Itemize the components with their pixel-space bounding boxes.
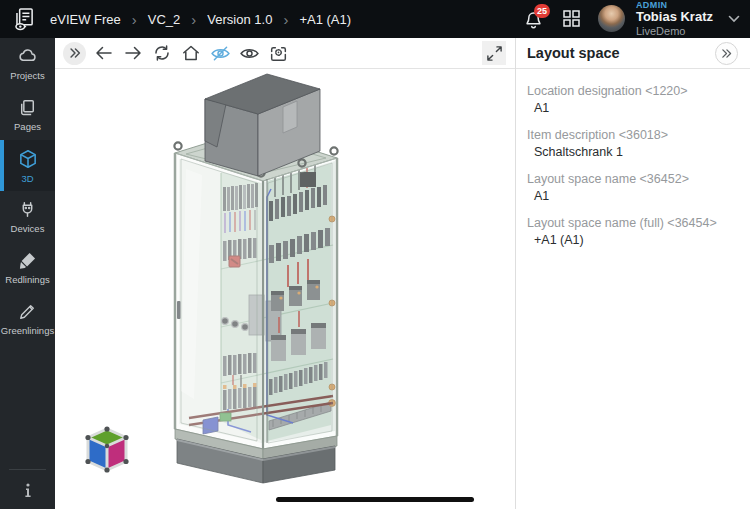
- user-name: Tobias Kratz: [636, 10, 713, 25]
- property-value: A1: [527, 189, 738, 203]
- breadcrumb-separator: ›: [283, 12, 288, 27]
- home-view-button[interactable]: [180, 42, 202, 64]
- sidebar-item-label: Redlinings: [5, 274, 49, 285]
- refresh-button[interactable]: [151, 42, 173, 64]
- sidebar-item-label: Devices: [11, 223, 45, 234]
- eye-off-icon: [210, 43, 231, 64]
- avatar[interactable]: [598, 5, 625, 32]
- property-row: Layout space name <36452> A1: [527, 172, 738, 203]
- sidebar-item-label: Greenlinings: [1, 325, 54, 336]
- panel-header: Layout space: [516, 38, 750, 69]
- collapse-toolbar-button[interactable]: [63, 42, 86, 65]
- property-row: Layout space name (full) <36454> +A1 (A1…: [527, 216, 738, 247]
- arrow-left-icon: [94, 43, 114, 63]
- front-glass-door: [175, 153, 263, 449]
- cloud-icon: [17, 46, 38, 67]
- eview-app: eVIEW Free › VC_2 › Version 1.0 › +A1 (A…: [0, 0, 750, 509]
- back-button[interactable]: [93, 42, 115, 64]
- expand-icon: [486, 45, 503, 62]
- toggle-hidden-items-button[interactable]: [209, 42, 231, 64]
- breadcrumb-separator: ›: [191, 12, 196, 27]
- forward-button[interactable]: [122, 42, 144, 64]
- viewer: [55, 38, 515, 509]
- 3d-viewport[interactable]: [55, 69, 515, 508]
- breadcrumb-item[interactable]: eVIEW Free: [50, 12, 121, 27]
- chevrons-right-icon: [68, 46, 82, 60]
- sidebar-item-label: 3D: [21, 173, 33, 184]
- sidebar-item-projects[interactable]: Projects: [0, 38, 55, 89]
- sidebar-item-label: Projects: [10, 70, 44, 81]
- sidebar-item-devices[interactable]: Devices: [0, 191, 55, 242]
- property-label: Layout space name <36452>: [527, 172, 738, 186]
- eview-logo[interactable]: [8, 6, 40, 32]
- plug-icon: [17, 199, 38, 220]
- property-label: Location designation <1220>: [527, 84, 738, 98]
- user-workspace: LiveDemo: [636, 25, 713, 38]
- property-row: Item description <36018> Schaltschrank 1: [527, 128, 738, 159]
- property-row: Location designation <1220> A1: [527, 84, 738, 115]
- pencil-icon: [17, 301, 38, 322]
- arrow-right-icon: [123, 43, 143, 63]
- property-value: A1: [527, 101, 738, 115]
- view-cube[interactable]: [84, 426, 130, 474]
- sidebar-item-pages[interactable]: Pages: [0, 89, 55, 140]
- door-handle: [177, 301, 181, 319]
- breadcrumb: eVIEW Free › VC_2 › Version 1.0 › +A1 (A…: [50, 12, 351, 27]
- property-label: Layout space name (full) <36454>: [527, 216, 738, 230]
- topbar-actions: 25 ADMIN Tobias Kratz LiveDemo: [522, 0, 740, 38]
- notification-badge: 25: [534, 4, 550, 18]
- apps-grid-icon: [562, 9, 581, 28]
- breadcrumb-item[interactable]: Version 1.0: [207, 12, 272, 27]
- cube-icon: [17, 148, 39, 170]
- property-label: Item description <36018>: [527, 128, 738, 142]
- eview-logo-icon: [11, 6, 37, 32]
- breadcrumb-separator: ›: [132, 12, 137, 27]
- snapshot-gear-icon: [268, 43, 289, 64]
- viewer-toolbar: [55, 38, 515, 69]
- sidebar-item-redlinings[interactable]: Redlinings: [0, 242, 55, 293]
- apps-grid-button[interactable]: [561, 8, 583, 30]
- breadcrumb-item[interactable]: VC_2: [148, 12, 181, 27]
- topbar: eVIEW Free › VC_2 › Version 1.0 › +A1 (A…: [0, 0, 750, 38]
- panel-title: Layout space: [527, 45, 620, 61]
- breadcrumb-item[interactable]: +A1 (A1): [299, 12, 351, 27]
- sidebar: Projects Pages 3D Devices: [0, 38, 55, 509]
- sidebar-item-greenlinings[interactable]: Greenlinings: [0, 293, 55, 344]
- side-glass-panel: [263, 158, 337, 449]
- pages-icon: [17, 97, 38, 118]
- notifications-button[interactable]: 25: [522, 6, 546, 32]
- chevron-down-icon[interactable]: [728, 14, 740, 24]
- refresh-icon: [152, 43, 172, 63]
- sidebar-footer: [9, 469, 46, 509]
- horizontal-scrollbar[interactable]: [276, 497, 474, 502]
- info-icon[interactable]: [21, 482, 35, 498]
- collapse-panel-button[interactable]: [715, 42, 738, 65]
- property-value: Schaltschrank 1: [527, 145, 738, 159]
- sidebar-item-3d[interactable]: 3D: [0, 140, 55, 191]
- property-value: +A1 (A1): [527, 233, 738, 247]
- home-icon: [181, 43, 201, 63]
- chevrons-right-icon: [720, 47, 733, 60]
- eye-icon: [239, 43, 260, 64]
- user-info[interactable]: ADMIN Tobias Kratz LiveDemo: [636, 0, 713, 38]
- expand-view-button[interactable]: [482, 41, 506, 65]
- panel-body: Location designation <1220> A1 Item desc…: [516, 69, 750, 247]
- properties-panel: Layout space Location designation <1220>…: [515, 38, 750, 509]
- marker-icon: [17, 250, 38, 271]
- snapshot-settings-button[interactable]: [267, 42, 289, 64]
- toggle-visibility-button[interactable]: [238, 42, 260, 64]
- sidebar-item-label: Pages: [14, 121, 41, 132]
